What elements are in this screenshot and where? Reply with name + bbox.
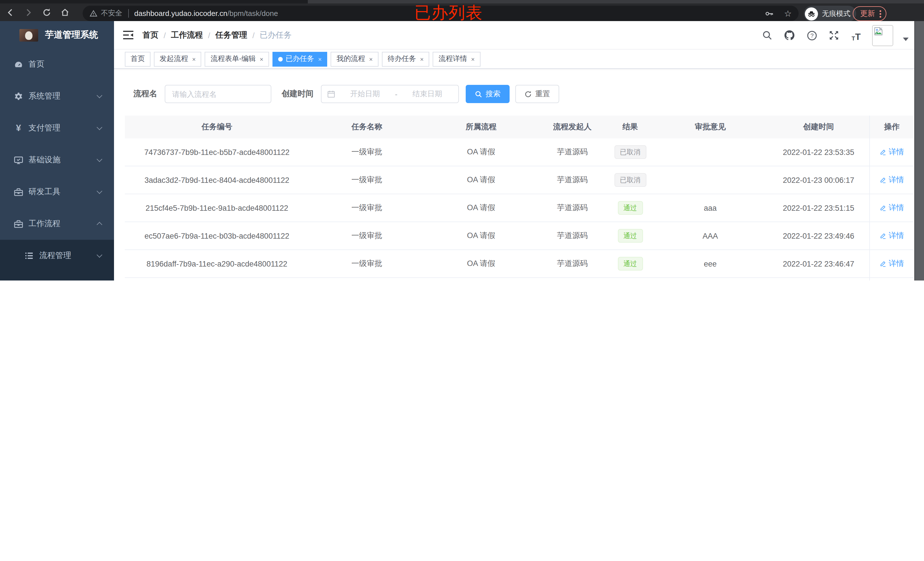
screen: 不安全 dashboard.yudao.iocoder.cn/bpm/task/… xyxy=(0,0,924,280)
app-logo-row[interactable]: 芋道管理系统 xyxy=(0,21,114,48)
close-tab-icon[interactable]: × xyxy=(369,55,373,62)
detail-link-label: 详情 xyxy=(889,259,904,269)
breadcrumb-current: 已办任务 xyxy=(260,30,292,40)
cell-create-time: 2022-01-22 23:51:15 xyxy=(767,203,870,212)
home-icon[interactable] xyxy=(57,5,73,19)
cell-actions: 详情 xyxy=(870,259,914,269)
update-button[interactable]: 更新 xyxy=(853,6,886,21)
key-icon[interactable] xyxy=(765,9,774,18)
date-range-picker[interactable]: 开始日期 - 结束日期 xyxy=(321,85,459,103)
chevron-down-icon xyxy=(97,188,102,194)
view-tab[interactable]: 已办任务 × xyxy=(273,52,327,66)
gear-icon xyxy=(14,91,23,101)
cell-task-name: 一级审批 xyxy=(309,147,424,157)
detail-link[interactable]: 详情 xyxy=(879,147,904,157)
github-icon[interactable] xyxy=(783,29,796,42)
fullscreen-icon[interactable] xyxy=(828,29,840,42)
screenshot-annotation: 已办列表 xyxy=(414,2,483,24)
avatar[interactable] xyxy=(872,25,893,46)
sidebar: 芋道管理系统 首页 系统管理 ¥ 支付管理 基础设施 研发工具 工作流 xyxy=(0,21,114,280)
col-header-comment: 审批意见 xyxy=(653,122,767,132)
sidebar-item-system[interactable]: 系统管理 xyxy=(0,80,114,112)
calendar-icon xyxy=(327,90,335,98)
sidebar-item-payment[interactable]: ¥ 支付管理 xyxy=(0,112,114,144)
tags-view: 首页 发起流程 × 流程表单-编辑 × 已办任务 × 我的流程 × 待办任务 ×… xyxy=(114,49,914,69)
filter-bar: 流程名 创建时间 开始日期 - 结束日期 搜索 重置 xyxy=(134,85,559,103)
browser-menu-icon[interactable] xyxy=(879,10,881,17)
view-tab[interactable]: 发起流程 × xyxy=(154,52,201,66)
reload-icon[interactable] xyxy=(39,5,55,19)
sidebar-collapse-icon[interactable] xyxy=(123,30,134,40)
security-label[interactable]: 不安全 xyxy=(101,9,122,18)
cell-comment: AAA xyxy=(653,232,767,240)
breadcrumb-separator: / xyxy=(208,30,210,40)
reset-button-label: 重置 xyxy=(535,89,550,99)
table-row: 3adac3d2-7b9d-11ec-8404-acde48001122 一级审… xyxy=(125,166,914,194)
list-icon xyxy=(24,251,34,260)
breadcrumb-home[interactable]: 首页 xyxy=(142,30,159,40)
view-tab[interactable]: 首页 xyxy=(125,52,150,66)
cell-task-id: 3adac3d2-7b9d-11ec-8404-acde48001122 xyxy=(125,176,309,184)
sidebar-item-label: 研发工具 xyxy=(28,187,60,197)
cell-actions: 详情 xyxy=(870,175,914,185)
url-host[interactable]: dashboard.yudao.iocoder.cn xyxy=(134,9,227,18)
navbar-actions: ? TT xyxy=(761,21,909,49)
cell-result: 通过 xyxy=(607,201,653,215)
breadcrumb-separator: / xyxy=(164,30,166,40)
table-row: 8196daff-7b9a-11ec-a290-acde48001122 一级审… xyxy=(125,250,914,278)
detail-link-label: 详情 xyxy=(889,147,904,157)
forward-icon[interactable] xyxy=(21,5,36,19)
sidebar-item-workflow[interactable]: 工作流程 xyxy=(0,208,114,240)
chevron-up-icon xyxy=(97,222,102,227)
view-tab[interactable]: 流程表单-编辑 × xyxy=(205,52,269,66)
col-header-actions: 操作 xyxy=(870,122,914,132)
view-tab[interactable]: 流程详情 × xyxy=(433,52,480,66)
help-icon[interactable]: ? xyxy=(806,29,818,42)
cell-starter: 芋道源码 xyxy=(537,175,607,185)
page-scrollbar[interactable] xyxy=(914,21,924,280)
breadcrumb-task-mgmt[interactable]: 任务管理 xyxy=(216,30,248,40)
close-tab-icon[interactable]: × xyxy=(192,55,196,62)
bookmark-star-icon[interactable]: ☆ xyxy=(784,9,792,18)
close-tab-icon[interactable]: × xyxy=(260,55,263,62)
url-path[interactable]: /bpm/task/done xyxy=(227,9,278,18)
sidebar-item-task-mgmt[interactable]: 任务管理 xyxy=(0,272,114,280)
url-divider xyxy=(128,9,129,18)
create-time-label: 创建时间 xyxy=(282,89,314,99)
breadcrumb-separator: / xyxy=(252,30,255,40)
cell-task-name: 一级审批 xyxy=(309,259,424,269)
view-tab[interactable]: 待办任务 × xyxy=(382,52,429,66)
close-tab-icon[interactable]: × xyxy=(420,55,424,62)
view-tab[interactable]: 我的流程 × xyxy=(331,52,378,66)
cell-task-name: 一级审批 xyxy=(309,175,424,185)
back-icon[interactable] xyxy=(2,5,18,19)
detail-link[interactable]: 详情 xyxy=(879,259,904,269)
cell-actions: 详情 xyxy=(870,147,914,157)
browser-active-tab[interactable] xyxy=(0,0,308,3)
breadcrumb-workflow[interactable]: 工作流程 xyxy=(171,30,203,40)
sidebar-item-devtools[interactable]: 研发工具 xyxy=(0,176,114,208)
detail-link-label: 详情 xyxy=(889,231,904,241)
close-tab-icon[interactable]: × xyxy=(318,55,322,62)
cell-create-time: 2022-01-22 23:53:35 xyxy=(767,148,870,156)
table-row: ec507ae6-7b9a-11ec-b03b-acde48001122 一级审… xyxy=(125,222,914,250)
chevron-down-icon xyxy=(97,124,102,130)
sidebar-item-infra[interactable]: 基础设施 xyxy=(0,144,114,176)
detail-link-label: 详情 xyxy=(889,203,904,213)
table-row: 215cf4e5-7b9b-11ec-9a1b-acde48001122 一级审… xyxy=(125,194,914,222)
sidebar-item-home[interactable]: 首页 xyxy=(0,48,114,80)
cell-actions: 详情 xyxy=(870,203,914,213)
col-header-starter: 流程发起人 xyxy=(537,122,607,132)
reset-button[interactable]: 重置 xyxy=(515,85,559,103)
sidebar-item-process-mgmt[interactable]: 流程管理 xyxy=(0,240,114,272)
detail-link[interactable]: 详情 xyxy=(879,175,904,185)
detail-link[interactable]: 详情 xyxy=(879,203,904,213)
search-icon[interactable] xyxy=(761,29,774,42)
font-size-icon[interactable]: TT xyxy=(850,29,862,42)
avatar-caret-icon[interactable] xyxy=(903,37,909,41)
close-tab-icon[interactable]: × xyxy=(471,55,475,62)
cell-task-name: 一级审批 xyxy=(309,231,424,241)
process-name-input[interactable] xyxy=(165,85,272,103)
search-button[interactable]: 搜索 xyxy=(466,85,510,103)
detail-link[interactable]: 详情 xyxy=(879,231,904,241)
